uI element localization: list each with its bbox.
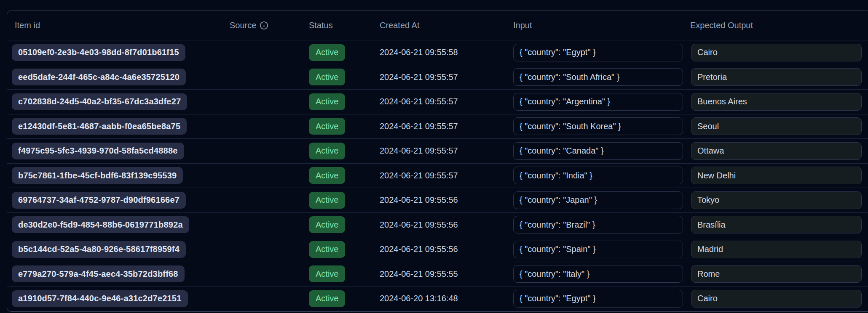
expected-output-value: Tokyo <box>697 195 719 205</box>
column-header-expected-output: Expected Output <box>690 21 868 30</box>
input-value: { "country": "Brazil" } <box>520 220 595 230</box>
status-cell: Active <box>309 167 380 184</box>
item-id-badge[interactable]: c702838d-24d5-40a2-bf35-67dc3a3dfe27 <box>12 93 187 110</box>
created-at-cell: 2024-06-21 09:55:55 <box>380 269 513 279</box>
status-badge: Active <box>309 241 345 258</box>
input-value: { "country": "Italy" } <box>520 269 589 279</box>
created-at-cell: 2024-06-21 09:55:56 <box>380 244 513 254</box>
table-row[interactable]: b5c144cd-52a5-4a80-926e-58617f8959f4 Act… <box>7 237 868 262</box>
expected-output-box: Cairo <box>691 290 862 308</box>
expected-output-cell: Pretoria <box>690 68 868 86</box>
expected-output-box: Tokyo <box>691 191 862 209</box>
item-id-badge[interactable]: f4975c95-5fc3-4939-970d-58fa5cd4888e <box>12 143 184 159</box>
created-at-value: 2024-06-21 09:55:57 <box>380 171 458 180</box>
item-id-badge[interactable]: b5c144cd-52a5-4a80-926e-58617f8959f4 <box>12 241 186 258</box>
expected-output-cell: Cairo <box>690 290 868 308</box>
item-id-badge[interactable]: 69764737-34af-4752-9787-d90df96166e7 <box>12 192 186 209</box>
input-value-box: { "country": "Spain" } <box>513 241 683 258</box>
expected-output-value: Brasília <box>697 220 726 230</box>
expected-output-box: Brasília <box>691 216 862 233</box>
expected-output-value: Rome <box>697 269 720 279</box>
input-value: { "country": "Egypt" } <box>520 48 596 57</box>
table-row[interactable]: e779a270-579a-4f45-aec4-35b72d3bff68 Act… <box>7 262 868 287</box>
table-row[interactable]: eed5dafe-244f-465c-a84c-4a6e35725120 Act… <box>7 65 868 90</box>
input-cell: { "country": "India" } <box>513 167 690 184</box>
created-at-value: 2024-06-21 09:55:56 <box>380 244 458 254</box>
column-header-created-at-label: Created At <box>380 21 420 30</box>
expected-output-cell: Cairo <box>690 44 868 61</box>
status-cell: Active <box>309 265 380 282</box>
input-cell: { "country": "Japan" } <box>513 191 690 209</box>
expected-output-box: New Delhi <box>691 167 862 184</box>
input-value-box: { "country": "South Africa" } <box>513 68 683 86</box>
input-cell: { "country": "Canada" } <box>513 142 690 160</box>
expected-output-box: Ottawa <box>691 142 862 160</box>
item-id-badge[interactable]: b75c7861-1fbe-45cf-bdf6-83f139c95539 <box>12 167 183 184</box>
item-id-badge[interactable]: e779a270-579a-4f45-aec4-35b72d3bff68 <box>12 265 185 282</box>
expected-output-cell: New Delhi <box>690 167 868 184</box>
info-icon[interactable] <box>260 21 268 30</box>
input-cell: { "country": "Argentina" } <box>513 93 690 111</box>
created-at-cell: 2024-06-21 09:55:57 <box>380 97 513 106</box>
item-id-badge[interactable]: a1910d57-7f84-440c-9e46-a31c2d7e2151 <box>12 290 188 307</box>
table-row[interactable]: 69764737-34af-4752-9787-d90df96166e7 Act… <box>7 188 868 213</box>
input-value: { "country": "South Africa" } <box>520 72 619 82</box>
expected-output-value: Buenos Aires <box>697 97 747 106</box>
input-value-box: { "country": "South Korea" } <box>513 117 683 135</box>
status-cell: Active <box>309 241 380 258</box>
input-value: { "country": "Egypt" } <box>520 294 596 303</box>
table-row[interactable]: e12430df-5e81-4687-aabb-f0ea65be8a75 Act… <box>7 114 868 139</box>
input-cell: { "country": "South Korea" } <box>513 117 690 135</box>
item-id-badge[interactable]: de30d2e0-f5d9-4854-88b6-0619771b892a <box>12 216 189 233</box>
status-badge: Active <box>309 69 345 85</box>
created-at-value: 2024-06-21 09:55:57 <box>380 97 458 106</box>
input-value-box: { "country": "Canada" } <box>513 142 683 160</box>
created-at-value: 2024-06-20 13:16:48 <box>380 294 458 303</box>
input-value: { "country": "India" } <box>520 171 592 180</box>
column-header-item-id: Item id <box>7 21 230 30</box>
status-badge: Active <box>309 93 345 110</box>
status-cell: Active <box>309 44 380 61</box>
item-id-badge[interactable]: 05109ef0-2e3b-4e03-98dd-8f7d01b61f15 <box>12 44 185 61</box>
status-cell: Active <box>309 118 380 135</box>
status-cell: Active <box>309 69 380 85</box>
item-id-cell: b75c7861-1fbe-45cf-bdf6-83f139c95539 <box>7 167 230 184</box>
input-value-box: { "country": "India" } <box>513 167 683 184</box>
created-at-cell: 2024-06-21 09:55:57 <box>380 72 513 82</box>
table-header-row: Item id Source Status Created At Input E… <box>7 11 868 40</box>
expected-output-box: Cairo <box>691 44 862 61</box>
input-value: { "country": "Japan" } <box>520 195 597 205</box>
input-cell: { "country": "Egypt" } <box>513 290 690 308</box>
created-at-value: 2024-06-21 09:55:57 <box>380 72 458 82</box>
item-id-cell: a1910d57-7f84-440c-9e46-a31c2d7e2151 <box>7 290 230 307</box>
item-id-cell: c702838d-24d5-40a2-bf35-67dc3a3dfe27 <box>7 93 230 110</box>
table-row[interactable]: b75c7861-1fbe-45cf-bdf6-83f139c95539 Act… <box>7 164 868 188</box>
table-row[interactable]: a1910d57-7f84-440c-9e46-a31c2d7e2151 Act… <box>7 286 868 311</box>
expected-output-value: Pretoria <box>697 72 727 82</box>
status-cell: Active <box>309 290 380 307</box>
column-header-created-at: Created At <box>380 21 513 30</box>
column-header-item-id-label: Item id <box>15 21 40 30</box>
table-row[interactable]: 05109ef0-2e3b-4e03-98dd-8f7d01b61f15 Act… <box>7 40 868 65</box>
table-row[interactable]: c702838d-24d5-40a2-bf35-67dc3a3dfe27 Act… <box>7 90 868 114</box>
column-header-status: Status <box>309 21 380 30</box>
input-cell: { "country": "Spain" } <box>513 241 690 258</box>
item-id-cell: e12430df-5e81-4687-aabb-f0ea65be8a75 <box>7 118 230 135</box>
column-header-status-label: Status <box>309 21 333 30</box>
column-header-input: Input <box>513 21 690 30</box>
created-at-cell: 2024-06-21 09:55:56 <box>380 220 513 230</box>
input-value-box: { "country": "Argentina" } <box>513 93 683 111</box>
column-header-input-label: Input <box>513 21 532 30</box>
expected-output-box: Buenos Aires <box>691 93 862 111</box>
table-row[interactable]: f4975c95-5fc3-4939-970d-58fa5cd4888e Act… <box>7 139 868 164</box>
created-at-value: 2024-06-21 09:55:58 <box>380 48 458 57</box>
input-value: { "country": "Spain" } <box>520 244 596 254</box>
created-at-cell: 2024-06-20 13:16:48 <box>380 294 513 303</box>
item-id-badge[interactable]: e12430df-5e81-4687-aabb-f0ea65be8a75 <box>12 118 187 135</box>
column-header-source-label: Source <box>230 21 256 30</box>
item-id-badge[interactable]: eed5dafe-244f-465c-a84c-4a6e35725120 <box>12 69 186 85</box>
input-value-box: { "country": "Japan" } <box>513 191 683 209</box>
expected-output-cell: Buenos Aires <box>690 93 868 111</box>
table-row[interactable]: de30d2e0-f5d9-4854-88b6-0619771b892a Act… <box>7 213 868 238</box>
dataset-items-table: Item id Source Status Created At Input E… <box>7 11 868 312</box>
